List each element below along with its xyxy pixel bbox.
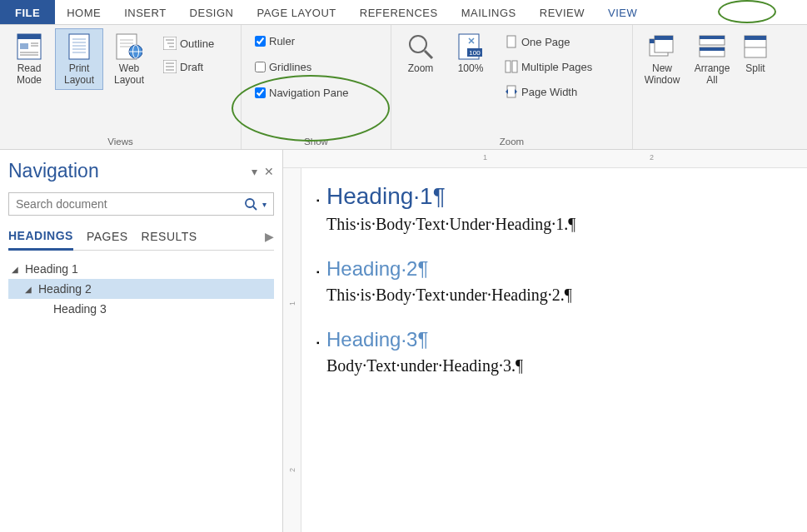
nav-tab-headings[interactable]: HEADINGS xyxy=(8,229,73,251)
nav-tab-pages[interactable]: PAGES xyxy=(87,230,128,243)
print-layout-button[interactable]: Print Layout xyxy=(55,28,103,90)
heading-marker-icon: ▪ xyxy=(316,267,326,276)
group-label-show: Show xyxy=(242,137,391,147)
group-show: Ruler Gridlines Navigation Pane Show xyxy=(242,25,391,149)
search-dropdown-icon[interactable]: ▾ xyxy=(262,200,267,209)
navigation-pane-checkbox[interactable]: Navigation Pane xyxy=(252,85,381,101)
ruler-mark: 1 xyxy=(483,153,487,162)
web-layout-icon xyxy=(116,32,142,61)
document-page[interactable]: ▪Heading·1¶ This·is·Body·Text·Under·Head… xyxy=(316,183,799,399)
zoom-button[interactable]: Zoom xyxy=(396,28,445,78)
menu-bar: FILE HOME INSERT DESIGN PAGE LAYOUT REFE… xyxy=(0,0,807,25)
tab-home[interactable]: HOME xyxy=(55,0,112,24)
svg-rect-35 xyxy=(512,61,517,72)
document-area[interactable]: 1 2 1 2 ▪Heading·1¶ This·is·Body·Text·Un… xyxy=(283,150,807,532)
split-button[interactable]: Split xyxy=(738,28,773,78)
heading-3-text[interactable]: Heading·3¶ xyxy=(326,328,428,351)
multiple-pages-button[interactable]: Multiple Pages xyxy=(501,58,595,75)
heading-1-text[interactable]: Heading·1¶ xyxy=(326,183,446,209)
page-width-button[interactable]: Page Width xyxy=(501,83,595,100)
gridlines-checkbox[interactable]: Gridlines xyxy=(252,59,381,75)
tab-references[interactable]: REFERENCES xyxy=(348,0,450,24)
tree-item-heading-1[interactable]: ◢ Heading 1 xyxy=(8,259,274,279)
ruler-checkbox-input[interactable] xyxy=(255,36,266,47)
one-page-icon xyxy=(505,35,518,48)
body-text-2[interactable]: This·is·Body·Text·under·Heading·2.¶ xyxy=(316,286,799,305)
svg-rect-34 xyxy=(506,61,511,72)
outline-button[interactable]: Outline xyxy=(160,35,217,52)
tab-design[interactable]: DESIGN xyxy=(178,0,246,24)
multiple-pages-icon xyxy=(505,60,518,73)
svg-rect-33 xyxy=(507,36,516,47)
heading-2-text[interactable]: Heading·2¶ xyxy=(326,257,428,280)
group-label-views: Views xyxy=(0,137,241,147)
group-zoom: Zoom 100 100% One Page Multiple Pages Pa… xyxy=(391,25,633,149)
ruler-mark: 2 xyxy=(288,468,296,472)
body-text-3[interactable]: Body·Text·under·Heading·3.¶ xyxy=(316,356,799,375)
tab-insert[interactable]: INSERT xyxy=(112,0,177,24)
outline-icon xyxy=(163,37,177,50)
svg-point-48 xyxy=(246,199,254,207)
navigation-tabs: HEADINGS PAGES RESULTS ▶ xyxy=(8,229,274,251)
svg-rect-36 xyxy=(507,86,516,97)
svg-rect-2 xyxy=(20,43,28,49)
arrange-all-button[interactable]: Arrange All xyxy=(688,28,736,90)
new-window-icon xyxy=(649,32,675,61)
body-text-1[interactable]: This·is·Body·Text·Under·Heading·1.¶ xyxy=(316,215,799,234)
svg-point-28 xyxy=(410,36,426,52)
main-area: Navigation ▾ ✕ ▾ HEADINGS PAGES RESULTS … xyxy=(0,150,807,532)
group-views: Read Mode Print Layout Web Layout Outlin… xyxy=(0,25,242,149)
one-page-button[interactable]: One Page xyxy=(501,33,595,50)
group-label-zoom: Zoom xyxy=(391,137,632,147)
navigation-pane-title: Navigation xyxy=(8,160,99,182)
zoom-100-icon: 100 xyxy=(457,32,484,61)
navigation-pane-close-icon[interactable]: ✕ xyxy=(264,165,274,178)
draft-button[interactable]: Draft xyxy=(160,58,217,75)
navigation-pane-checkbox-input[interactable] xyxy=(255,87,266,98)
navigation-pane: Navigation ▾ ✕ ▾ HEADINGS PAGES RESULTS … xyxy=(0,150,283,532)
svg-rect-7 xyxy=(69,34,89,59)
vertical-ruler[interactable]: 1 2 xyxy=(283,168,301,532)
search-icon[interactable] xyxy=(244,197,257,211)
tab-page-layout[interactable]: PAGE LAYOUT xyxy=(245,0,347,24)
nav-tab-results[interactable]: RESULTS xyxy=(142,230,197,243)
page-width-icon xyxy=(505,85,518,98)
zoom-100-button[interactable]: 100 100% xyxy=(446,28,495,78)
ruler-checkbox[interactable]: Ruler xyxy=(252,33,381,49)
zoom-icon xyxy=(407,32,434,61)
heading-marker-icon: ▪ xyxy=(316,196,326,205)
svg-rect-40 xyxy=(655,36,673,40)
arrange-all-icon xyxy=(699,32,725,61)
tab-file[interactable]: FILE xyxy=(0,0,55,24)
nav-tab-scroll-right-icon[interactable]: ▶ xyxy=(265,230,275,243)
svg-text:100: 100 xyxy=(469,49,481,57)
search-input[interactable] xyxy=(16,197,244,211)
group-window: New Window Arrange All Split xyxy=(633,25,807,149)
navigation-pane-dropdown-icon[interactable]: ▾ xyxy=(252,165,257,178)
read-mode-icon xyxy=(16,32,42,61)
gridlines-checkbox-input[interactable] xyxy=(255,62,266,72)
read-mode-button[interactable]: Read Mode xyxy=(5,28,53,90)
collapse-icon[interactable]: ◢ xyxy=(25,285,35,294)
tree-item-heading-3[interactable]: Heading 3 xyxy=(8,299,274,319)
horizontal-ruler[interactable]: 1 2 xyxy=(283,150,807,168)
search-document-box[interactable]: ▾ xyxy=(8,192,274,216)
svg-rect-1 xyxy=(17,34,41,39)
tree-item-heading-2[interactable]: ◢ Heading 2 xyxy=(8,279,274,299)
svg-line-29 xyxy=(425,51,432,58)
split-icon xyxy=(742,32,769,61)
ribbon: Read Mode Print Layout Web Layout Outlin… xyxy=(0,25,807,150)
print-layout-icon xyxy=(66,32,92,61)
collapse-icon[interactable]: ◢ xyxy=(12,265,22,274)
svg-rect-46 xyxy=(745,36,766,40)
tab-review[interactable]: REVIEW xyxy=(528,0,596,24)
ruler-mark: 1 xyxy=(288,301,296,306)
ruler-mark: 2 xyxy=(650,153,654,162)
tab-view[interactable]: VIEW xyxy=(596,0,649,24)
draft-icon xyxy=(163,60,177,73)
svg-rect-42 xyxy=(700,36,725,39)
new-window-button[interactable]: New Window xyxy=(638,28,686,90)
tab-mailings[interactable]: MAILINGS xyxy=(450,0,528,24)
web-layout-button[interactable]: Web Layout xyxy=(105,28,153,90)
heading-marker-icon: ▪ xyxy=(316,338,326,347)
